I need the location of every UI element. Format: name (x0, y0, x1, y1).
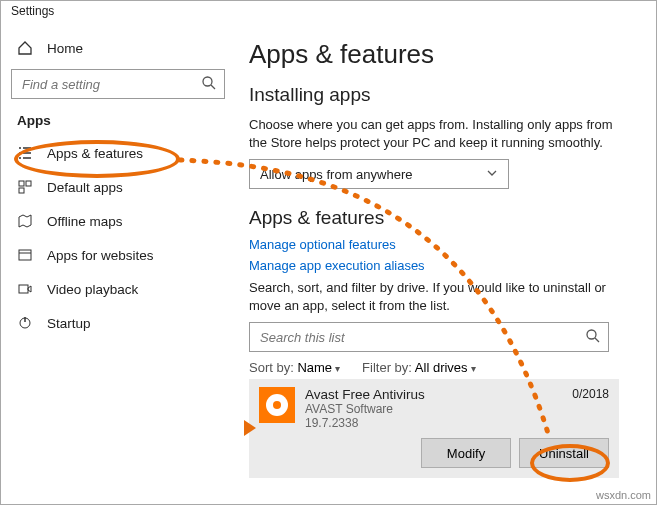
sidebar-item-label: Video playback (47, 282, 138, 297)
list-icon (17, 145, 33, 161)
home-icon (17, 40, 33, 56)
window-title: Settings (1, 1, 656, 25)
svg-rect-2 (19, 181, 24, 186)
installing-apps-desc: Choose where you can get apps from. Inst… (249, 116, 634, 151)
sort-control[interactable]: Sort by: Name▾ (249, 360, 340, 375)
sidebar-item-label: Apps & features (47, 146, 143, 161)
nav-home-label: Home (47, 41, 83, 56)
sidebar: Home Apps Apps & features Default apps (1, 25, 235, 504)
link-manage-execution-aliases[interactable]: Manage app execution aliases (249, 258, 634, 273)
annotation-arrowhead (244, 420, 256, 436)
installing-apps-header: Installing apps (249, 84, 634, 106)
search-sort-desc: Search, sort, and filter by drive. If yo… (249, 279, 634, 314)
app-list-item[interactable]: Avast Free Antivirus AVAST Software 19.7… (249, 379, 619, 478)
sidebar-item-label: Default apps (47, 180, 123, 195)
filter-control[interactable]: Filter by: All drives▾ (362, 360, 476, 375)
app-source-value: Allow apps from anywhere (260, 167, 412, 182)
sidebar-item-label: Apps for websites (47, 248, 154, 263)
app-name: Avast Free Antivirus (305, 387, 572, 402)
uninstall-button[interactable]: Uninstall (519, 438, 609, 468)
app-source-combo[interactable]: Allow apps from anywhere (249, 159, 509, 189)
app-install-date: 0/2018 (572, 387, 609, 401)
modify-button[interactable]: Modify (421, 438, 511, 468)
sidebar-item-label: Offline maps (47, 214, 123, 229)
svg-point-0 (203, 77, 212, 86)
sort-value: Name (297, 360, 332, 375)
nav-home[interactable]: Home (7, 31, 229, 65)
video-icon (17, 281, 33, 297)
offline-maps-icon (17, 213, 33, 229)
settings-search-input[interactable] (11, 69, 225, 99)
search-icon (201, 75, 217, 94)
app-version: 19.7.2338 (305, 416, 572, 430)
chevron-down-icon: ▾ (335, 363, 340, 374)
sidebar-item-apps-for-websites[interactable]: Apps for websites (7, 238, 229, 272)
sort-label: Sort by: (249, 360, 294, 375)
app-icon (259, 387, 295, 423)
svg-line-11 (595, 338, 599, 342)
startup-icon (17, 315, 33, 331)
svg-point-10 (587, 330, 596, 339)
chevron-down-icon (486, 167, 498, 182)
app-vendor: AVAST Software (305, 402, 572, 416)
sidebar-item-label: Startup (47, 316, 91, 331)
sidebar-item-offline-maps[interactable]: Offline maps (7, 204, 229, 238)
sidebar-item-default-apps[interactable]: Default apps (7, 170, 229, 204)
app-list-search-input[interactable] (249, 322, 609, 352)
content-pane: Apps & features Installing apps Choose w… (235, 25, 656, 504)
chevron-down-icon: ▾ (471, 363, 476, 374)
svg-rect-5 (19, 250, 31, 260)
sidebar-item-apps-features[interactable]: Apps & features (7, 136, 229, 170)
sidebar-section-title: Apps (7, 109, 229, 136)
svg-rect-4 (19, 188, 24, 193)
link-manage-optional-features[interactable]: Manage optional features (249, 237, 634, 252)
svg-rect-3 (26, 181, 31, 186)
watermark: wsxdn.com (596, 489, 651, 501)
apps-websites-icon (17, 247, 33, 263)
default-apps-icon (17, 179, 33, 195)
svg-line-1 (211, 85, 215, 89)
search-icon (585, 328, 601, 347)
apps-features-header: Apps & features (249, 207, 634, 229)
sidebar-item-video-playback[interactable]: Video playback (7, 272, 229, 306)
filter-value: All drives (415, 360, 468, 375)
page-title: Apps & features (249, 39, 634, 70)
sidebar-item-startup[interactable]: Startup (7, 306, 229, 340)
svg-rect-7 (19, 285, 28, 293)
filter-label: Filter by: (362, 360, 412, 375)
